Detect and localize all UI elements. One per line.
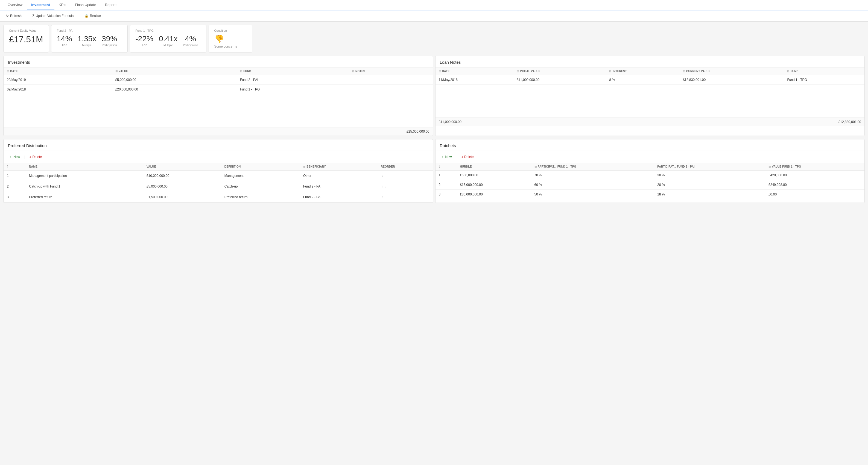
rat-col-part-fund1: ⊞PARTICIPAT... FUND 1 - TPG xyxy=(531,163,654,170)
inv-row1-fund: Fund 2 - PAI xyxy=(237,75,349,85)
pd-row3-up-btn[interactable]: ↑ xyxy=(381,195,383,199)
kpi-fund1-irr-label: IRR xyxy=(135,44,153,47)
tab-investment[interactable]: Investment xyxy=(27,0,54,10)
ln-row1-initial: £11,000,000.00 xyxy=(514,75,606,85)
rat-col-num: # xyxy=(435,163,457,170)
tab-reports[interactable]: Reports xyxy=(101,0,122,10)
rat-row-1: 1 £600,000.00 70 % 30 % £420,000.00 xyxy=(435,170,865,180)
ratchets-plus-icon: ＋ xyxy=(441,154,444,159)
investments-row-1: 22/May/2019 £5,000,000.00 Fund 2 - PAI xyxy=(4,75,433,85)
preferred-dist-toolbar: ＋ New | ⊖ Delete xyxy=(4,151,433,163)
pd-row2-down-btn[interactable]: ↓ xyxy=(384,184,387,189)
pd-row2-num: 2 xyxy=(4,181,26,192)
pd-row1-beneficiary: Other xyxy=(300,170,377,181)
minus-circle-icon: ⊖ xyxy=(28,155,31,159)
bottom-row: Preferred Distribution ＋ New | ⊖ Delete … xyxy=(0,139,868,206)
inv-row2-date: 09/May/2018 xyxy=(4,85,112,94)
ratchets-table: # HURDLE ⊞PARTICIPAT... FUND 1 - TPG PAR… xyxy=(435,163,865,199)
ln-row1-interest: 8 % xyxy=(606,75,679,85)
ln-col-interest: ⊞INTEREST xyxy=(606,67,679,75)
pd-row-3: 3 Preferred return £1,500,000.00 Preferr… xyxy=(4,192,433,203)
investments-title: Investments xyxy=(4,56,433,67)
pd-col-beneficiary: ⊞BENEFICIARY xyxy=(300,163,377,170)
ratchets-toolbar: ＋ New | ⊖ Delete xyxy=(435,151,865,163)
kpi-fund1-irr: -22% xyxy=(135,34,153,43)
investments-total: £25,000,000.00 xyxy=(4,127,433,135)
tab-overview[interactable]: Overview xyxy=(3,0,27,10)
rat-row3-part-fund1: 50 % xyxy=(531,190,654,199)
refresh-button[interactable]: ↻ Refresh xyxy=(3,12,24,19)
rat-row2-hurdle: £15,000,000.00 xyxy=(457,180,531,190)
investments-col-value: ⊞VALUE xyxy=(112,67,237,75)
rat-col-value-fund1: ⊞VALUE FUND 1 - TPG xyxy=(765,163,864,170)
rat-row1-part-fund1: 70 % xyxy=(531,170,654,180)
pd-row2-up-btn[interactable]: ↑ xyxy=(381,184,383,189)
rat-row2-num: 2 xyxy=(435,180,457,190)
pd-row2-beneficiary: Fund 2 - PAI xyxy=(300,181,377,192)
rat-row1-num: 1 xyxy=(435,170,457,180)
pd-row1-reorder: ↓ xyxy=(377,170,433,181)
pd-col-name: NAME xyxy=(26,163,143,170)
kpi-card-condition: Condition 👎 Some concerns xyxy=(209,25,252,53)
ln-col-current: ⊞CURRENT VALUE xyxy=(680,67,784,75)
rat-row-2: 2 £15,000,000.00 60 % 20 % £249,298.80 xyxy=(435,180,865,190)
rat-row1-hurdle: £600,000.00 xyxy=(457,170,531,180)
investments-table: ⊞DATE ⊞VALUE ⊞FUND ⊞NOTES 22/May/2019 £5… xyxy=(4,67,433,94)
inv-row1-date: 22/May/2019 xyxy=(4,75,112,85)
ratchets-minus-icon: ⊖ xyxy=(460,155,463,159)
rat-row3-value-fund1: £0.00 xyxy=(765,190,864,199)
pd-row3-definition: Preferred return xyxy=(221,192,300,203)
ratchets-delete-button[interactable]: ⊖ Delete xyxy=(459,154,475,160)
pd-row2-definition: Catch-up xyxy=(221,181,300,192)
kpi-fund2-irr: 14% xyxy=(57,34,72,43)
toolbar: ↻ Refresh | Σ Update Valuation Formula |… xyxy=(0,10,868,22)
investments-col-fund: ⊞FUND xyxy=(237,67,349,75)
rat-row1-part-fund2: 30 % xyxy=(654,170,765,180)
rat-row3-num: 3 xyxy=(435,190,457,199)
kpi-fund1-multiple-label: Multiple xyxy=(159,44,178,47)
loan-notes-title: Loan Notes xyxy=(435,56,865,67)
pd-row2-name: Catch-up with Fund 1 xyxy=(26,181,143,192)
pd-row2-value: £5,000,000.00 xyxy=(143,181,221,192)
preferred-delete-button[interactable]: ⊖ Delete xyxy=(27,154,43,160)
pd-row-2: 2 Catch-up with Fund 1 £5,000,000.00 Cat… xyxy=(4,181,433,192)
pd-row1-num: 1 xyxy=(4,170,26,181)
ln-row1-fund: Fund 1 - TPG xyxy=(784,75,864,85)
investments-col-notes: ⊞NOTES xyxy=(349,67,433,75)
pd-row2-reorder: ↑ ↓ xyxy=(377,181,433,192)
rat-row2-part-fund2: 20 % xyxy=(654,180,765,190)
pd-col-num: # xyxy=(4,163,26,170)
pd-col-value: VALUE xyxy=(143,163,221,170)
kpi-card-fund2: Fund 2 - PAI 14% IRR 1.35x Multiple 39% … xyxy=(51,25,128,53)
pd-row1-down-btn[interactable]: ↓ xyxy=(381,173,383,178)
tab-kpis[interactable]: KPIs xyxy=(54,0,70,10)
ratchets-sep: | xyxy=(456,155,457,159)
condition-icon: 👎 xyxy=(214,34,247,43)
kpi-card-fund1: Fund 1 - TPG -22% IRR 0.41x Multiple 4% … xyxy=(130,25,207,53)
rat-row3-part-fund2: 18 % xyxy=(654,190,765,199)
pd-row3-name: Preferred return xyxy=(26,192,143,203)
pref-sep: | xyxy=(24,155,25,159)
update-valuation-button[interactable]: Σ Update Valuation Formula xyxy=(30,12,76,19)
inv-row2-value: £20,000,000.00 xyxy=(112,85,237,94)
ratchets-add-button[interactable]: ＋ New xyxy=(439,154,454,160)
tab-flash-update[interactable]: Flash Update xyxy=(70,0,100,10)
loan-notes-total: £11,000,000.00 £12,830,001.00 xyxy=(435,118,865,126)
kpi-fund2-irr-label: IRR xyxy=(57,44,72,47)
rat-row2-value-fund1: £249,298.80 xyxy=(765,180,864,190)
ln-row1-current: £12,830,001.00 xyxy=(680,75,784,85)
lock-icon: 🔒 xyxy=(85,14,89,18)
ln-col-date: ⊞DATE xyxy=(435,67,514,75)
kpi-fund1-title: Fund 1 - TPG xyxy=(135,29,201,32)
refresh-icon: ↻ xyxy=(6,14,9,18)
realise-button[interactable]: 🔒 Realise xyxy=(82,12,103,19)
ratchets-panel: Ratchets ＋ New | ⊖ Delete # HURDLE ⊞PART… xyxy=(435,139,865,203)
rat-row2-part-fund1: 60 % xyxy=(531,180,654,190)
kpi-fund1-participation-label: Participation xyxy=(183,44,198,47)
ln-col-initial: ⊞INITIAL VALUE xyxy=(514,67,606,75)
rat-row-3: 3 £80,000,000.00 50 % 18 % £0.00 xyxy=(435,190,865,199)
kpi-equity-value: £17.51M xyxy=(9,34,43,44)
preferred-dist-title: Preferred Distribution xyxy=(4,140,433,151)
rat-col-part-fund2: PARTICIPAT... FUND 2 - PAI xyxy=(654,163,765,170)
preferred-add-button[interactable]: ＋ New xyxy=(7,154,22,160)
